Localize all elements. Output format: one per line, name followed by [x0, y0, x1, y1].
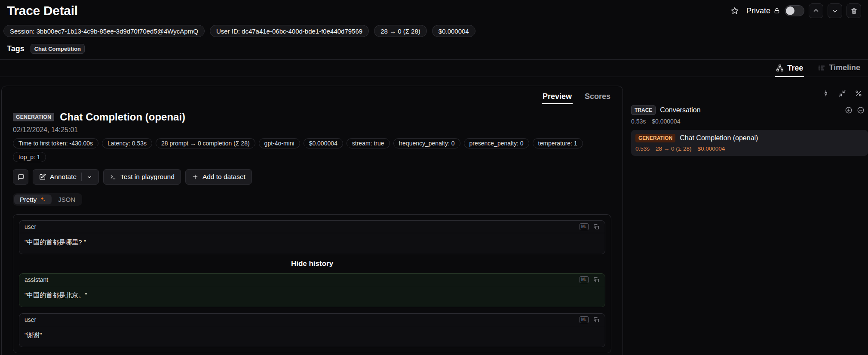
message-content: "中国的首都是北京。": [19, 286, 605, 307]
message-assistant: assistant M↓ "中国的首都是北京。": [19, 273, 605, 307]
commit-marker-toggle-button[interactable]: [819, 86, 833, 100]
dataset-label: Add to dataset: [202, 173, 245, 181]
chevron-down-icon: [831, 7, 839, 15]
delete-trace-button[interactable]: [847, 3, 861, 18]
top-bar-actions: Private: [727, 3, 861, 18]
observation-timestamp: 02/12/2024, 14:25:01: [13, 126, 611, 134]
cost-badge: $0.000004: [432, 25, 475, 37]
toggle-metrics-button[interactable]: [852, 86, 865, 100]
annotate-label: Annotate: [50, 173, 77, 181]
session-badge[interactable]: Session: 3bb00ec7-1b13-4c9b-85ee-3d9d70f…: [3, 25, 205, 37]
tree-toolbar: [631, 86, 868, 100]
user-id-badge[interactable]: User ID: dc47a41e-06bc-400d-bde1-f0e440d…: [210, 25, 369, 37]
message-tools: M↓: [580, 316, 600, 323]
observation-type-badge: GENERATION: [13, 113, 54, 121]
expand-all-button[interactable]: [845, 106, 853, 114]
copy-icon[interactable]: [593, 317, 600, 323]
annotate-button[interactable]: Annotate: [33, 169, 99, 185]
comment-icon: [17, 173, 25, 181]
token-usage-badge: 28 → 0 (Σ 28): [374, 25, 427, 37]
tags-label: Tags: [7, 44, 25, 53]
generation-node-header: GENERATION Chat Completion (openai): [635, 134, 864, 142]
comments-button[interactable]: [13, 169, 28, 185]
message-tools: M↓: [580, 276, 600, 283]
pen-icon: [39, 173, 46, 180]
metric-pill: Time to first token: -430.00s: [13, 138, 98, 148]
trace-node[interactable]: TRACE Conversation: [631, 105, 868, 115]
generation-tokens: 28 → 0 (Σ 28): [656, 145, 691, 152]
message-header: user M↓: [19, 314, 605, 326]
metric-pill: 28 prompt → 0 completion (Σ 28): [156, 138, 255, 148]
message-user-2: user M↓ "谢谢": [19, 313, 605, 347]
star-icon: [730, 6, 739, 15]
collapse-all-button[interactable]: [835, 86, 849, 100]
observation-metric-pills: Time to first token: -430.00s Latency: 0…: [13, 138, 611, 162]
observation-title: Chat Completion (openai): [60, 111, 185, 123]
trace-meta-badges: Session: 3bb00ec7-1b13-4c9b-85ee-3d9d70f…: [0, 20, 868, 40]
tab-preview[interactable]: Preview: [542, 90, 573, 104]
copy-icon[interactable]: [593, 224, 600, 230]
message-role: assistant: [25, 276, 48, 283]
metric-pill: Latency: 0.53s: [102, 138, 152, 148]
message-header: user M↓: [19, 221, 605, 233]
markdown-toggle-icon[interactable]: M↓: [580, 223, 589, 230]
message-role: user: [25, 316, 36, 323]
git-commit-icon: [822, 90, 830, 97]
main-content: Preview Scores GENERATION Chat Completio…: [0, 77, 868, 355]
next-trace-button[interactable]: [828, 3, 842, 18]
metric-pill: frequency_penalty: 0: [393, 138, 460, 148]
add-to-dataset-button[interactable]: Add to dataset: [185, 169, 252, 185]
tree-icon: [776, 64, 784, 72]
sparkles-icon: [40, 196, 46, 203]
bookmark-star-button[interactable]: [727, 3, 742, 18]
generation-node[interactable]: GENERATION Chat Completion (openai) 0.53…: [631, 130, 868, 156]
chevron-up-icon: [812, 7, 820, 15]
generation-latency: 0.53s: [635, 145, 650, 152]
markdown-toggle-icon[interactable]: M↓: [580, 316, 589, 323]
visibility-label: Private: [746, 6, 780, 15]
trace-name: Conversation: [660, 106, 700, 114]
tab-scores[interactable]: Scores: [584, 90, 611, 104]
format-pretty-button[interactable]: Pretty: [14, 194, 52, 204]
tab-tree[interactable]: Tree: [775, 60, 804, 77]
metric-pill: $0.000004: [304, 138, 343, 148]
generation-name: Chat Completion (openai): [680, 134, 758, 142]
annotate-dropdown-chevron-icon[interactable]: [86, 174, 92, 180]
message-tools: M↓: [580, 223, 600, 230]
percent-icon: [855, 90, 862, 97]
private-label: Private: [746, 6, 770, 15]
trace-tree-panel: TRACE Conversation 0.53s $0.000004 GENER…: [631, 86, 868, 156]
trash-icon: [850, 7, 858, 15]
trace-type-badge: TRACE: [631, 105, 656, 115]
tab-timeline[interactable]: Timeline: [817, 60, 861, 77]
format-json-button[interactable]: JSON: [52, 194, 81, 204]
plus-icon: [192, 173, 199, 180]
collapse-all-circle-button[interactable]: [857, 106, 865, 114]
messages-container: user M↓ "中国的首都是哪里? " Hide history assist…: [13, 214, 611, 353]
metric-pill: stream: true: [347, 138, 390, 148]
metric-pill: presence_penalty: 0: [464, 138, 529, 148]
metric-pill: top_p: 1: [13, 152, 46, 162]
page-title: Trace Detail: [7, 3, 78, 18]
observation-actions: Annotate Test in playground Add to datas…: [13, 169, 611, 185]
generation-type-badge: GENERATION: [635, 134, 675, 142]
hide-history-toggle[interactable]: Hide history: [19, 259, 605, 268]
visibility-toggle[interactable]: [785, 5, 804, 16]
trace-metrics: 0.53s $0.000004: [631, 118, 868, 125]
metric-pill: gpt-4o-mini: [259, 138, 300, 148]
timeline-icon: [818, 64, 825, 72]
tag-chip[interactable]: Chat Competition: [31, 44, 85, 54]
copy-icon[interactable]: [593, 277, 600, 283]
view-mode-tabs: Tree Timeline: [0, 60, 868, 77]
trace-cost: $0.000004: [652, 118, 680, 125]
metric-pill: temperature: 1: [533, 138, 583, 148]
trace-latency: 0.53s: [631, 118, 646, 125]
message-content: "谢谢": [19, 326, 605, 347]
message-role: user: [25, 223, 36, 230]
previous-trace-button[interactable]: [809, 3, 823, 18]
pretty-label: Pretty: [20, 196, 37, 203]
markdown-toggle-icon[interactable]: M↓: [580, 276, 589, 283]
json-label: JSON: [58, 196, 75, 203]
test-in-playground-button[interactable]: Test in playground: [103, 169, 181, 185]
generation-cost: $0.000004: [697, 145, 725, 152]
